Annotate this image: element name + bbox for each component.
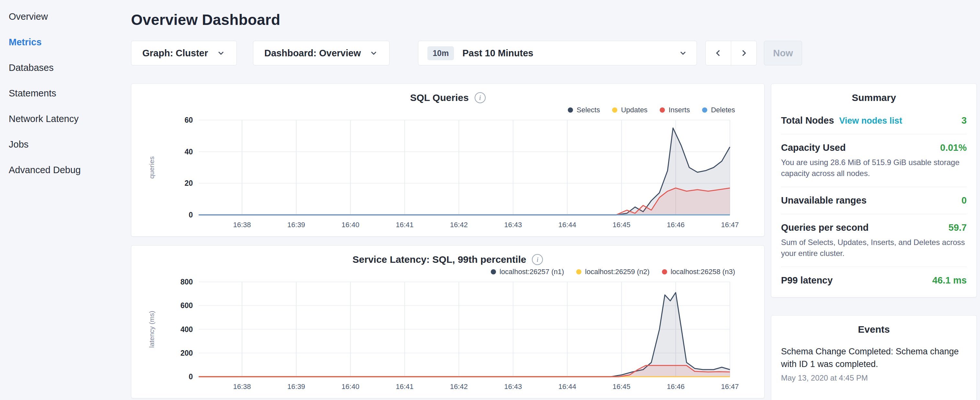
summary-row-main: P99 latency46.1 ms bbox=[781, 275, 967, 286]
summary-value: 0 bbox=[962, 195, 967, 206]
chart-canvas: 16:3816:3916:4016:4116:4216:4316:4416:45… bbox=[140, 115, 755, 233]
summary-description: Sum of Selects, Updates, Inserts, and De… bbox=[781, 237, 967, 258]
legend-label: Deletes bbox=[711, 106, 735, 114]
summary-value: 59.7 bbox=[949, 222, 967, 233]
controls-row: Graph: Cluster Dashboard: Overview 10m P… bbox=[131, 41, 980, 65]
time-forward-button[interactable] bbox=[731, 41, 757, 65]
x-tick-label: 16:41 bbox=[396, 382, 414, 390]
sidebar-item-databases[interactable]: Databases bbox=[9, 55, 131, 81]
events-title: Events bbox=[781, 324, 967, 335]
page-title: Overview Dashboard bbox=[131, 11, 980, 29]
events-panel: Events Schema Change Completed: Schema c… bbox=[771, 315, 977, 400]
app: OverviewMetricsDatabasesStatementsNetwor… bbox=[0, 0, 980, 400]
sidebar-nav: OverviewMetricsDatabasesStatementsNetwor… bbox=[9, 4, 131, 183]
x-tick-label: 16:39 bbox=[287, 221, 305, 229]
legend-item-inserts[interactable]: Inserts bbox=[660, 106, 690, 114]
legend-item-localhost-26258-n3[interactable]: localhost:26258 (n3) bbox=[662, 268, 735, 276]
y-tick-label: 800 bbox=[181, 278, 193, 286]
dashboard-dropdown[interactable]: Dashboard: Overview bbox=[253, 41, 390, 65]
legend-label: localhost:26257 (n1) bbox=[500, 268, 564, 276]
chart-card-sql-queries: SQL Queries i SelectsUpdatesInsertsDelet… bbox=[131, 83, 765, 237]
summary-rows: Total NodesView nodes list3Capacity Used… bbox=[781, 107, 967, 294]
chart-title: Service Latency: SQL, 99th percentile bbox=[353, 254, 527, 265]
chart-legend: SelectsUpdatesInsertsDeletes bbox=[140, 106, 735, 114]
legend-dot bbox=[568, 107, 573, 113]
legend-dot bbox=[662, 269, 667, 274]
y-tick-label: 200 bbox=[181, 349, 193, 357]
summary-row-main: Queries per second59.7 bbox=[781, 222, 967, 233]
x-tick-label: 16:40 bbox=[342, 382, 360, 390]
chevron-down-icon bbox=[216, 49, 226, 57]
summary-panel: Summary Total NodesView nodes list3Capac… bbox=[771, 83, 977, 297]
legend-dot bbox=[612, 107, 617, 113]
x-tick-label: 16:45 bbox=[612, 382, 630, 390]
sidebar-item-jobs[interactable]: Jobs bbox=[9, 132, 131, 157]
summary-value: 3 bbox=[962, 115, 967, 126]
x-tick-label: 16:46 bbox=[667, 382, 685, 390]
time-window-badge: 10m bbox=[427, 46, 454, 60]
legend-label: Selects bbox=[576, 106, 600, 114]
x-tick-label: 16:40 bbox=[342, 221, 360, 229]
legend-dot bbox=[702, 107, 707, 113]
chart-title: SQL Queries bbox=[410, 92, 468, 103]
series-area-localhost-26257-n1 bbox=[199, 293, 730, 377]
summary-row-main: Total NodesView nodes list3 bbox=[781, 115, 967, 126]
y-tick-label: 60 bbox=[185, 116, 193, 124]
x-tick-label: 16:42 bbox=[450, 221, 468, 229]
legend-item-localhost-26259-n2[interactable]: localhost:26259 (n2) bbox=[576, 268, 649, 276]
x-tick-label: 16:39 bbox=[287, 382, 305, 390]
legend-label: localhost:26259 (n2) bbox=[585, 268, 649, 276]
series-line-selects bbox=[199, 128, 730, 215]
charts-column: SQL Queries i SelectsUpdatesInsertsDelet… bbox=[131, 83, 765, 398]
summary-value: 0.01% bbox=[940, 142, 967, 153]
summary-title: Summary bbox=[781, 92, 967, 103]
legend-item-deletes[interactable]: Deletes bbox=[702, 106, 735, 114]
legend-item-updates[interactable]: Updates bbox=[612, 106, 648, 114]
x-tick-label: 16:43 bbox=[504, 382, 522, 390]
graph-dropdown[interactable]: Graph: Cluster bbox=[131, 41, 237, 65]
sidebar-item-statements[interactable]: Statements bbox=[9, 81, 131, 106]
legend-item-selects[interactable]: Selects bbox=[568, 106, 600, 114]
y-tick-label: 0 bbox=[189, 211, 193, 219]
summary-label: Queries per second bbox=[781, 222, 869, 233]
legend-item-localhost-26257-n1[interactable]: localhost:26257 (n1) bbox=[491, 268, 564, 276]
event-item[interactable]: Schema Change Completed: Schema change w… bbox=[781, 344, 967, 384]
y-tick-label: 20 bbox=[185, 179, 193, 187]
summary-value: 46.1 ms bbox=[932, 275, 967, 286]
sidebar-item-network-latency[interactable]: Network Latency bbox=[9, 106, 131, 132]
event-time: May 13, 2020 at 4:45 PM bbox=[781, 373, 967, 382]
summary-row-p99-latency: P99 latency46.1 ms bbox=[781, 267, 967, 294]
summary-label: P99 latency bbox=[781, 275, 833, 285]
chart-plot: 16:3816:3916:4016:4116:4216:4316:4416:45… bbox=[140, 277, 755, 394]
legend-label: Updates bbox=[621, 106, 648, 114]
info-icon[interactable]: i bbox=[532, 254, 543, 265]
chevron-down-icon bbox=[369, 49, 378, 57]
chart-title-row: SQL Queries i bbox=[140, 92, 755, 103]
legend-label: Inserts bbox=[668, 106, 690, 114]
sidebar-item-advanced-debug[interactable]: Advanced Debug bbox=[9, 157, 131, 183]
legend-dot bbox=[576, 269, 581, 274]
y-tick-label: 400 bbox=[181, 325, 193, 334]
sidebar-item-metrics[interactable]: Metrics bbox=[9, 29, 131, 55]
now-button[interactable]: Now bbox=[764, 41, 802, 65]
dashboard-dropdown-label: Dashboard: Overview bbox=[264, 48, 361, 59]
sidebar-item-overview[interactable]: Overview bbox=[9, 4, 131, 29]
time-back-button[interactable] bbox=[705, 41, 731, 65]
y-axis-label: latency (ms) bbox=[148, 311, 155, 347]
x-tick-label: 16:38 bbox=[233, 221, 251, 229]
x-tick-label: 16:43 bbox=[504, 221, 522, 229]
info-icon[interactable]: i bbox=[475, 92, 486, 103]
chart-legend: localhost:26257 (n1)localhost:26259 (n2)… bbox=[140, 268, 735, 276]
x-tick-label: 16:38 bbox=[233, 382, 251, 390]
view-nodes-list-link[interactable]: View nodes list bbox=[839, 116, 902, 126]
summary-row-total-nodes: Total NodesView nodes list3 bbox=[781, 107, 967, 134]
summary-row-queries-per-second: Queries per second59.7Sum of Selects, Up… bbox=[781, 214, 967, 267]
legend-label: localhost:26258 (n3) bbox=[671, 268, 735, 276]
chart-plot: 16:3816:3916:4016:4116:4216:4316:4416:45… bbox=[140, 115, 755, 233]
time-range-dropdown[interactable]: 10m Past 10 Minutes bbox=[418, 41, 697, 65]
summary-description: You are using 28.6 MiB of 515.9 GiB usab… bbox=[781, 157, 967, 178]
event-text: Schema Change Completed: Schema change w… bbox=[781, 345, 967, 370]
x-tick-label: 16:42 bbox=[450, 382, 468, 390]
summary-row-unavailable-ranges: Unavailable ranges0 bbox=[781, 187, 967, 214]
y-axis-label: queries bbox=[148, 156, 155, 178]
